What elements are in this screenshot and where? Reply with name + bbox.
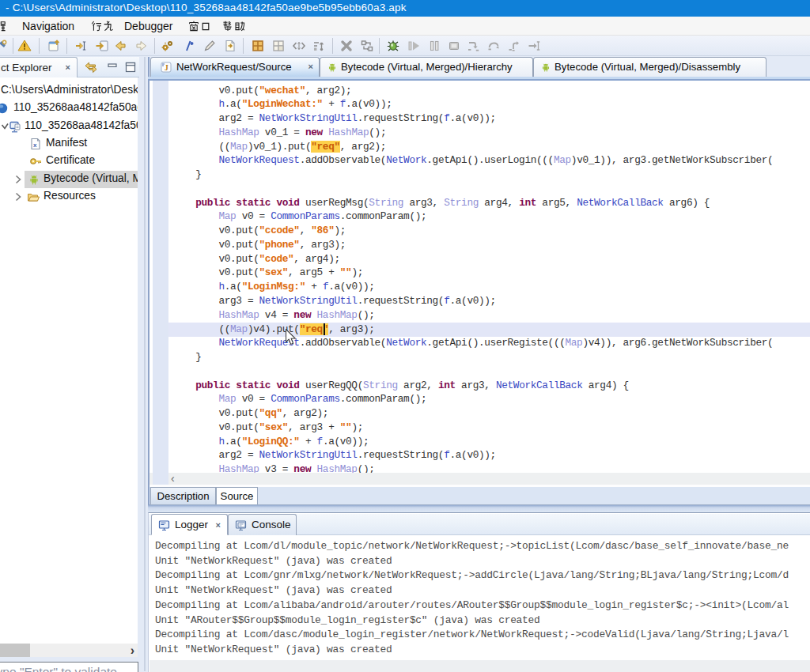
step-out-icon[interactable] (507, 39, 521, 53)
pause-icon[interactable] (427, 39, 441, 53)
goto-document-icon[interactable] (95, 39, 109, 53)
explorer-hscrollbar[interactable]: › (0, 644, 138, 657)
code-line: Map v0 = CommonParams.commonParam(); (172, 392, 773, 406)
log-line: Unit "NetWorkRequest" (java) was created (155, 555, 392, 567)
folder-icon (27, 191, 40, 203)
code-editor[interactable]: v0.put("wechat", arg2); h.a("LoginWechat… (150, 81, 810, 473)
code-line: } (172, 350, 773, 364)
code-line: public static void userRegQQ(String arg2… (172, 379, 773, 393)
editor-tab-label: Bytecode (Virtual, Merged)/Hierarchy (341, 61, 513, 73)
forward-arrow-icon[interactable] (134, 39, 149, 53)
code-line: v0.put("qq", arg2); (172, 406, 773, 421)
logger-hscrollbar[interactable] (150, 660, 810, 672)
code-annotation-ruler (153, 81, 168, 473)
goto-cursor-icon[interactable] (74, 39, 89, 53)
apk-icon (9, 120, 21, 133)
tree-item-110-35268aa48142fa50ae9be5b9[interactable]: 110_35268aa48142fa50ae9be5b95ebb60a3.apk (0, 118, 138, 135)
collapse-all-icon[interactable] (84, 60, 98, 74)
code-line: v0.put("sex", arg3 + ""); (172, 421, 773, 435)
menu-item-5[interactable] (221, 18, 245, 34)
menu-item-4[interactable] (187, 18, 211, 34)
debug-bug-icon[interactable] (386, 39, 400, 53)
explorer-tab-close-icon[interactable]: × (66, 62, 70, 72)
menu-label-glyph (188, 21, 199, 32)
view-tab-logger[interactable]: Logger× (151, 514, 228, 535)
menu-navigation[interactable]: Navigation (22, 18, 74, 34)
chevron-right-icon[interactable] (13, 174, 23, 185)
code-line: ((Map)v4).put("req", arg3); (172, 323, 773, 337)
explorer-hscrollbar-thumb[interactable] (0, 644, 30, 657)
svg-text:x: x (33, 141, 37, 148)
comment-icon[interactable] (181, 39, 195, 53)
code-line: } (172, 168, 773, 182)
toolbar-separator (154, 38, 155, 54)
editor-tab-bytecode-virtual-merged-disassembly[interactable]: Bytecode (Virtual, Merged)/Disassembly (533, 57, 766, 77)
code-line (172, 182, 773, 196)
tab-project-explorer[interactable]: ct Explorer × (0, 57, 78, 77)
log-line: Decompiling at Lcom/dasc/module_login_re… (155, 629, 789, 640)
maximize-icon[interactable] (123, 60, 138, 74)
fragment-tab-source[interactable]: Source (216, 487, 258, 504)
flow-order-icon[interactable] (312, 39, 326, 53)
tab-close-icon[interactable]: × (216, 520, 221, 530)
tree-item-110-35268aa48142fa50ae9be5b9[interactable]: 110_35268aa48142fa50ae9be5b95ebb60a3 (0, 100, 138, 117)
project-explorer-panel: ct Explorer × C:\Users\Administrator\Des… (0, 57, 139, 672)
menu-label-glyph (0, 21, 6, 32)
resume-icon[interactable] (407, 39, 421, 53)
toolbar-separator (379, 38, 380, 54)
tree-item-certificate[interactable]: Certificate (0, 153, 138, 170)
run-to-line-icon[interactable] (527, 39, 541, 53)
stop-icon[interactable] (447, 39, 461, 53)
code-line: v0.put("ccode", "86"); (172, 224, 773, 238)
tree-item-resources[interactable]: Resources (0, 188, 138, 206)
back-arrow-icon[interactable] (113, 39, 127, 53)
fragment-tab-label: Source (217, 490, 257, 502)
menu-label-glyph (234, 21, 245, 32)
android-icon (540, 62, 551, 73)
explorer-filter-hint: Type "Enter" to validate (0, 665, 117, 672)
code-hscrollbar-left-arrow-icon[interactable]: ‹ (171, 472, 175, 485)
explorer-hscrollbar-right-arrow-icon[interactable]: › (131, 644, 134, 658)
logger-output[interactable]: Decompiling at Lcom/dl/module_topic/netw… (150, 535, 810, 660)
code-hscrollbar[interactable]: ‹ (150, 473, 810, 485)
tree-item-c-users-administrator-deskto[interactable]: C:\Users\Administrator\Desktop (0, 82, 138, 100)
wrench-icon[interactable] (0, 39, 8, 53)
toolbar (0, 36, 810, 56)
new-window-icon[interactable] (47, 39, 62, 53)
delete-icon[interactable] (339, 39, 354, 53)
convert-document-icon[interactable] (223, 39, 237, 53)
code-line: HashMap v4 = new HashMap(); (172, 308, 773, 323)
code-line: arg2 = NetWorkStringUtil.requestString(f… (172, 111, 773, 126)
step-over-icon[interactable] (486, 39, 501, 53)
tree-item-manifest[interactable]: xManifest (0, 135, 138, 153)
gears-icon[interactable] (161, 39, 175, 53)
swap-refs-icon[interactable] (360, 39, 374, 53)
fragment-tab-description[interactable]: Description (150, 487, 216, 504)
log-line: Unit "ARouter$$Group$$module_login_regis… (155, 614, 540, 626)
horizontal-sash[interactable] (148, 505, 810, 512)
warning-icon[interactable] (17, 39, 32, 53)
grid-active-icon[interactable] (251, 39, 265, 53)
tree-item-bytecode-virtual-merged-[interactable]: Bytecode (Virtual, Merged) (0, 171, 138, 188)
tab-close-icon[interactable]: × (308, 62, 313, 71)
editor-tab-bytecode-virtual-merged-hierarchy[interactable]: Bytecode (Virtual, Merged)/Hierarchy (320, 57, 533, 77)
code-line: v0.put("sex", arg5 + ""); (172, 266, 773, 280)
code-line: arg2 = NetWorkStringUtil.requestString(f… (172, 448, 773, 462)
menu-debugger[interactable]: Debugger (124, 18, 173, 34)
view-tab-console[interactable]: Console (228, 514, 297, 535)
minimize-icon[interactable] (105, 60, 119, 74)
chevron-right-icon[interactable] (13, 191, 23, 202)
grid-icon[interactable] (271, 39, 286, 53)
menu-bar: NavigationDebugger (0, 17, 810, 36)
step-into-icon[interactable] (466, 39, 480, 53)
xml-expand-icon[interactable] (292, 39, 306, 53)
menu-item-0[interactable] (0, 18, 6, 34)
explorer-filter-input[interactable]: Type "Enter" to validate (0, 662, 138, 672)
code-line (172, 364, 773, 379)
menu-item-2[interactable] (90, 18, 114, 34)
code-lines: v0.put("wechat", arg2); h.a("LoginWechat… (172, 84, 773, 474)
editor-tab-networkrequest-source[interactable]: JNetWorkRequest/Source× (150, 57, 320, 77)
log-line: Unit "NetWorkRequest" (java) was created (155, 644, 392, 655)
rename-icon[interactable] (202, 39, 217, 53)
code-line: HashMap v0_1 = new HashMap(); (172, 126, 773, 140)
